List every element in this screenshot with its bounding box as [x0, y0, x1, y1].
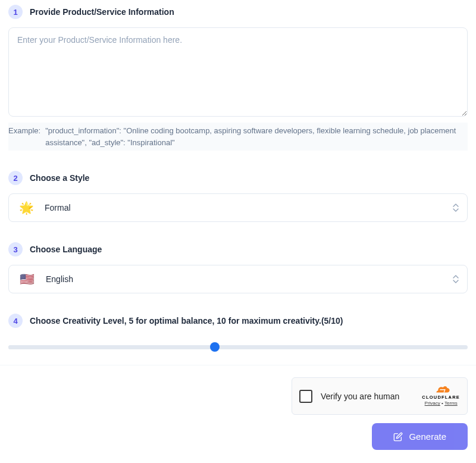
cloudflare-links: Privacy • Terms	[425, 401, 458, 406]
example-text: "product_information": "Online coding bo…	[45, 125, 468, 148]
step-2-section: 2 Choose a Style 🌟 Formal	[8, 171, 468, 222]
example-row: Example: "product_information": "Online …	[8, 123, 468, 151]
edit-icon	[393, 432, 403, 442]
sparkle-icon: 🌟	[18, 202, 34, 213]
terms-link[interactable]: Terms	[444, 401, 458, 406]
product-info-textarea[interactable]	[8, 27, 468, 117]
button-row: Generate	[0, 423, 476, 461]
language-select[interactable]: 🇺🇸 English	[8, 265, 468, 293]
step-4-header: 4 Choose Creativity Level, 5 for optimal…	[8, 314, 468, 328]
step-1-title: Provide Product/Service Information	[30, 7, 174, 17]
example-label: Example:	[8, 125, 40, 148]
generate-button[interactable]: Generate	[372, 423, 468, 450]
step-4-badge: 4	[8, 314, 23, 328]
privacy-link[interactable]: Privacy	[425, 401, 440, 406]
chevron-sort-icon	[453, 204, 459, 212]
step-3-badge: 3	[8, 242, 23, 256]
step-2-badge: 2	[8, 171, 23, 185]
us-flag-icon: 🇺🇸	[18, 274, 35, 284]
cloudflare-logo-icon: CLOUDFLARE	[422, 386, 460, 400]
captcha-widget: Verify you are human CLOUDFLARE Privacy …	[292, 377, 468, 415]
step-3-header: 3 Choose Language	[8, 242, 468, 256]
slider-thumb[interactable]	[210, 342, 220, 352]
step-1-section: 1 Provide Product/Service Information Ex…	[8, 5, 468, 151]
language-value: English	[46, 274, 73, 284]
creativity-slider[interactable]	[8, 341, 468, 353]
slider-fill	[8, 345, 215, 349]
step-2-title: Choose a Style	[30, 173, 89, 183]
captcha-row: Verify you are human CLOUDFLARE Privacy …	[0, 365, 476, 423]
captcha-label: Verify you are human	[321, 392, 414, 401]
step-3-title: Choose Language	[30, 245, 102, 254]
slider-track	[8, 345, 468, 349]
step-4-section: 4 Choose Creativity Level, 5 for optimal…	[8, 314, 468, 353]
generate-label: Generate	[409, 431, 446, 442]
link-sep: •	[440, 401, 444, 406]
step-3-section: 3 Choose Language 🇺🇸 English	[8, 242, 468, 293]
captcha-checkbox[interactable]	[299, 390, 312, 403]
cloudflare-brand: CLOUDFLARE Privacy • Terms	[422, 386, 460, 406]
style-value: Formal	[45, 203, 71, 212]
style-select[interactable]: 🌟 Formal	[8, 193, 468, 222]
step-1-header: 1 Provide Product/Service Information	[8, 5, 468, 19]
step-1-badge: 1	[8, 5, 23, 19]
chevron-sort-icon	[453, 275, 459, 283]
step-4-title: Choose Creativity Level, 5 for optimal b…	[30, 316, 343, 326]
cloudflare-text: CLOUDFLARE	[422, 395, 460, 400]
step-2-header: 2 Choose a Style	[8, 171, 468, 185]
